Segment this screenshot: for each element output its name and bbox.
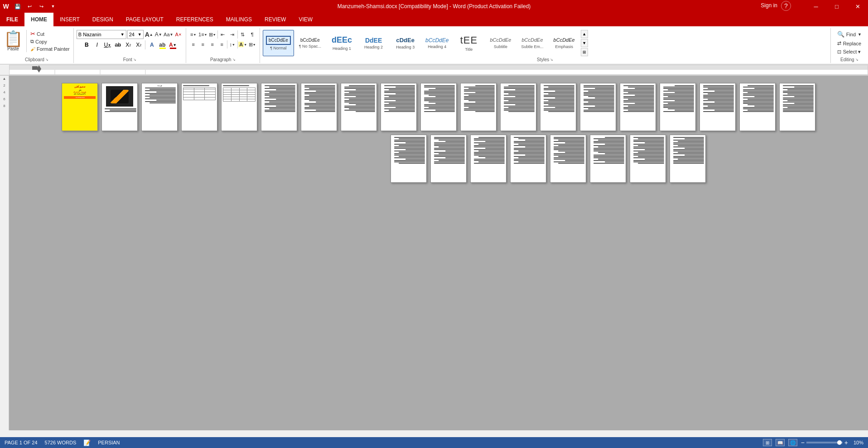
font-grow-button[interactable]: A▲ — [145, 30, 154, 39]
save-qat[interactable]: 💾 — [12, 0, 24, 13]
style-nospace[interactable]: bCcDdEe ¶ No Spac... — [294, 30, 326, 56]
proofing-icon[interactable]: 📝 — [83, 439, 91, 446]
zoom-minus[interactable]: − — [801, 439, 805, 446]
find-button[interactable]: 🔍 Find ▼ — [834, 30, 864, 39]
superscript-button[interactable]: X2 — [134, 40, 144, 50]
paragraph-expand[interactable]: ↘ — [232, 58, 236, 62]
page-thumb-12[interactable] — [500, 83, 536, 131]
text-effects-button[interactable]: A — [147, 40, 157, 50]
redo-qat[interactable]: ↪ — [35, 0, 47, 13]
close-button[interactable]: ✕ — [847, 0, 868, 13]
page-thumb-1[interactable]: تحقیق آنلاین فایل پاورپوینت - گزارش کار … — [62, 83, 98, 131]
font-color-button[interactable]: A ▼ — [168, 40, 178, 50]
styles-scroll-down[interactable]: ▼ — [581, 39, 588, 47]
shading-button[interactable]: A ▼ — [238, 40, 247, 49]
tab-pagelayout[interactable]: PAGE LAYOUT — [120, 13, 170, 26]
undo-qat[interactable]: ↩ — [24, 0, 35, 13]
zoom-level[interactable]: 10% — [850, 440, 863, 445]
page-thumb-7[interactable] — [301, 83, 337, 131]
page-thumb-9[interactable] — [381, 83, 417, 131]
borders-button[interactable]: ⊞▼ — [248, 40, 257, 49]
style-emphasis[interactable]: bCcDdEe Emphasis — [549, 30, 580, 56]
page-thumb-2[interactable] — [101, 83, 138, 131]
tab-insert[interactable]: INSERT — [53, 13, 86, 26]
cut-button[interactable]: ✂ Cut — [29, 30, 72, 38]
tab-mailings[interactable]: MAILINGS — [220, 13, 258, 26]
tab-file[interactable]: FILE — [0, 13, 24, 26]
editing-expand[interactable]: ↘ — [855, 58, 858, 62]
doc-canvas[interactable]: تحقیق آنلاین فایل پاورپوینت - گزارش کار … — [9, 76, 868, 430]
font-name-selector[interactable]: B Nazanin ▼ — [77, 30, 126, 39]
paste-button[interactable]: 📋 Paste — [2, 30, 27, 52]
print-layout-button[interactable]: ⊞ — [763, 439, 772, 446]
page-thumb-15[interactable] — [620, 83, 656, 131]
decrease-indent-button[interactable]: ⇤ — [218, 30, 227, 39]
line-spacing-button[interactable]: ↕▼ — [228, 40, 237, 49]
show-marks-button[interactable]: ¶ — [248, 30, 257, 39]
change-case-button[interactable]: Aa▼ — [164, 30, 173, 39]
page-thumb-3[interactable]: فهرست — [141, 83, 178, 131]
tab-references[interactable]: REFERENCES — [170, 13, 220, 26]
page-thumb-24[interactable] — [550, 135, 586, 183]
text-highlight-button[interactable]: ab — [157, 40, 167, 50]
page-thumb-14[interactable] — [580, 83, 616, 131]
page-thumb-20[interactable] — [391, 135, 427, 183]
read-mode-button[interactable]: 📖 — [776, 439, 785, 446]
page-thumb-22[interactable] — [470, 135, 506, 183]
page-thumb-13[interactable] — [540, 83, 576, 131]
sort-button[interactable]: ⇅ — [238, 30, 247, 39]
align-right-button[interactable]: ≡ — [208, 40, 217, 49]
signin-button[interactable]: Sign in — [761, 2, 777, 9]
page-thumb-16[interactable] — [660, 83, 696, 131]
language-indicator[interactable]: PERSIAN — [98, 440, 120, 445]
strikethrough-button[interactable]: ab — [113, 40, 123, 50]
page-thumb-11[interactable] — [460, 83, 497, 131]
styles-more[interactable]: ⊞ — [581, 48, 588, 56]
replace-button[interactable]: ⇄ Replace — [834, 39, 864, 47]
indent-block[interactable] — [32, 66, 38, 70]
font-expand[interactable]: ↘ — [133, 58, 136, 62]
style-title[interactable]: tEE Title — [453, 30, 484, 56]
restore-button[interactable]: □ — [826, 0, 847, 13]
styles-expand[interactable]: ↘ — [550, 58, 553, 62]
bold-button[interactable]: B — [82, 40, 92, 50]
web-layout-button[interactable]: 🌐 — [788, 439, 797, 446]
qat-dropdown[interactable]: ▼ — [47, 0, 59, 13]
page-thumb-21[interactable] — [430, 135, 467, 183]
page-thumb-23[interactable] — [510, 135, 546, 183]
font-size-selector[interactable]: 24 ▼ — [127, 30, 144, 39]
zoom-plus[interactable]: + — [844, 439, 848, 446]
copy-button[interactable]: ⧉ Copy — [29, 38, 72, 45]
page-thumb-27[interactable] — [670, 135, 706, 183]
help-icon[interactable]: ? — [781, 1, 791, 11]
page-thumb-19[interactable] — [779, 83, 815, 131]
style-normal[interactable]: bCcDdEe ¶ Normal — [263, 30, 294, 56]
multilevel-button[interactable]: ⊞▼ — [208, 30, 217, 39]
minimize-button[interactable]: ─ — [805, 0, 826, 13]
styles-scroll-up[interactable]: ▲ — [581, 30, 588, 38]
page-thumb-5[interactable] — [221, 83, 257, 131]
format-painter-button[interactable]: 🖌 Format Painter — [29, 46, 72, 52]
page-thumb-17[interactable] — [699, 83, 736, 131]
tab-design[interactable]: DESIGN — [86, 13, 120, 26]
page-thumb-6[interactable] — [261, 83, 297, 131]
page-thumb-8[interactable] — [341, 83, 377, 131]
style-heading2[interactable]: DdEE Heading 2 — [358, 30, 389, 56]
increase-indent-button[interactable]: ⇥ — [228, 30, 237, 39]
style-subtle-em[interactable]: bCcDdEe Subtle Em... — [517, 30, 548, 56]
subscript-button[interactable]: X2 — [123, 40, 133, 50]
justify-button[interactable]: ≡ — [217, 40, 227, 49]
style-heading4[interactable]: bCcDdEe Heading 4 — [421, 30, 453, 56]
page-thumb-4[interactable] — [181, 83, 217, 131]
page-thumb-18[interactable] — [739, 83, 776, 131]
style-heading1[interactable]: dEEc Heading 1 — [326, 30, 357, 56]
numbering-button[interactable]: 1≡▼ — [198, 30, 207, 39]
select-button[interactable]: ⊡ Select ▾ — [834, 48, 864, 56]
tab-home[interactable]: HOME — [24, 13, 53, 26]
style-subtitle[interactable]: bCcDdEe Subtitle — [485, 30, 516, 56]
page-thumb-26[interactable] — [630, 135, 666, 183]
font-shrink-button[interactable]: A▼ — [154, 30, 163, 39]
align-center-button[interactable]: ≡ — [198, 40, 207, 49]
bullets-button[interactable]: ≡▼ — [189, 30, 198, 39]
page-thumb-10[interactable] — [420, 83, 457, 131]
